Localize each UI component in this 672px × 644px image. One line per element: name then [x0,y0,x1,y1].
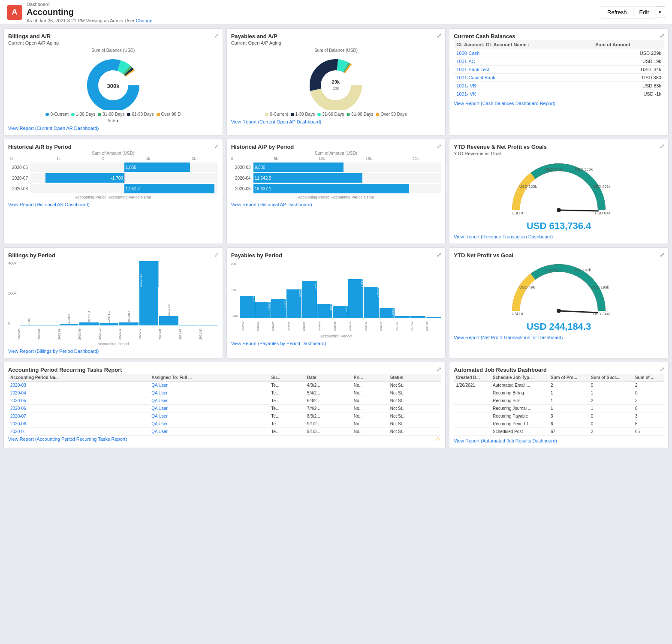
table-row: 1001- VBUSD 83k [454,82,664,90]
auto-job-table-wrapper[interactable]: Created D... Schedule Job Typ... Sum of … [454,374,664,436]
aj-date [454,428,491,436]
expand-icon[interactable]: ⤢ [437,32,442,39]
bp-col [199,261,218,325]
bar-row: 2020-03 9,500 [231,163,441,172]
expand-icon[interactable]: ⤢ [660,366,665,373]
aj-succ: 1 [589,389,633,397]
bar-row: 2020-08 1,941.7 [8,184,218,193]
cash-account-name[interactable]: 1001-AC [454,57,593,66]
rec-period[interactable]: 2020-04 [8,389,149,397]
hist-ap-xlabel: Accounting Period: Accounting Period Nam… [231,195,441,199]
pp-y-axis: 20k 10k -10k [231,262,239,318]
rec-su: Te... [269,389,305,397]
expand-icon[interactable]: ⤢ [214,143,219,150]
cash-account-name[interactable]: 1001- VK [454,90,593,98]
table-row: Recurring Period T... 6 0 6 [454,420,664,428]
change-link[interactable]: Change [136,18,153,23]
bp-col [39,261,59,325]
expand-icon[interactable]: ⤢ [660,32,665,39]
rec-view-report[interactable]: View Report (Accounting Period Recurring… [8,436,127,442]
cash-col2-header: Sum of Amount [593,40,664,49]
pp-view-report[interactable]: View Report (Payables by Period Dashboar… [231,341,441,346]
rec-assigned[interactable]: QA User [149,389,269,397]
hist-ar-view-report[interactable]: View Report (Historical AR Dashboard) [8,202,218,207]
aj-sum: 0 [633,389,664,397]
rec-su: Te... [269,412,305,420]
auto-job-table: Created D... Schedule Job Typ... Sum of … [454,374,664,436]
rec-pri: No... [352,405,388,412]
expand-icon[interactable]: ⤢ [660,143,665,150]
svg-text:USD 245k: USD 245k [545,167,563,172]
hist-ap-view-report[interactable]: View Report (Historical AP Dashboard) [231,202,441,207]
refresh-button[interactable]: Refresh [601,6,633,18]
pp-x-labels: 2020-03 2020-04 2020-05 2020-06 2020-07 … [241,319,441,334]
bar-row: 2020-06 1,050 [8,163,218,172]
billings-ar-title: Billings and A/R [8,33,218,39]
aj-succ: 2 [589,397,633,405]
ar-view-report[interactable]: View Report (Current Open AR Dashboard) [8,126,218,131]
rec-period[interactable]: 2020-0. [8,428,149,436]
expand-icon[interactable]: ⤢ [437,366,442,373]
rec-period[interactable]: 2020-08 [8,420,149,428]
table-row: 1001-ACUSD 19k [454,57,664,66]
rec-assigned[interactable]: QA User [149,382,269,389]
header-left: A Dashboard Accounting As of Jan 26, 202… [7,2,152,23]
expand-icon[interactable]: ⤢ [437,143,442,150]
rec-period[interactable]: 2020-06 [8,405,149,412]
expand-icon[interactable]: ⤢ [437,251,442,258]
rec-status: Not St... [388,382,441,389]
pp-bars: 9,117 6,666.7 8,476.5 13,600 17,458.5 6,… [240,271,441,318]
rec-assigned[interactable]: QA User [149,412,269,420]
table-row: 2020-07 QA User Te... 8/3/2... No... Not… [8,412,441,420]
table-row: 2020-0. QA User Te... 9/1/3... No... Not… [8,428,441,436]
expand-icon[interactable]: ⤢ [660,251,665,258]
rec-status: Not St... [388,389,441,397]
aj-type: Recurring Bills [491,397,548,405]
rec-assigned[interactable]: QA User [149,420,269,428]
table-row: Recurring Bills 1 2 3 [454,397,664,405]
ytd-net-gauge: USD 0 USD 49k USD 98k USD 147k USD 195k … [454,259,664,332]
cash-account-name[interactable]: 1001- VB [454,82,593,90]
table-row: 1/26/2021 Automated Email ... 2 0 2 [454,382,664,389]
sort-icon[interactable]: ↑ [528,43,530,47]
cash-amount: USD 83k [593,82,664,90]
rec-period[interactable]: 2020-03 [8,382,149,389]
rec-period[interactable]: 2020-05 [8,397,149,405]
hist-ap-axis: 05k10k15k20k [231,156,419,161]
cash-account-name[interactable]: 1001-Capital Bank [454,74,593,82]
svg-line-21 [559,311,597,313]
dropdown-button[interactable]: ▾ [655,6,665,18]
bp-bars: 1,100 4,309.5 16,571.4 10,071.1 [20,261,218,325]
expand-icon[interactable]: ⤢ [214,251,219,258]
ytd-rev-view-report[interactable]: View Report (Revenue Transaction Dashboa… [454,234,664,239]
aj-sum: 2 [633,382,664,389]
rec-status: Not St... [388,412,441,420]
svg-text:USD 0: USD 0 [512,211,523,215]
rec-period[interactable]: 2020-07 [8,412,149,420]
cash-account-name[interactable]: 1001-Bank Test [454,66,593,74]
cash-amount: USD 229k [593,49,664,57]
cash-amount: USD -1k [593,90,664,98]
rec-assigned[interactable]: QA User [149,428,269,436]
aj-col-sum: Sum of ... [633,374,664,382]
rec-assigned[interactable]: QA User [149,397,269,405]
ytd-revenue-card: ⤢ YTD Revenue & Net Profit vs Goals YTD … [449,139,669,244]
svg-text:USD 98k: USD 98k [546,268,562,272]
aj-col-pro: Sum of Pro... [548,374,589,382]
bp-view-report[interactable]: View Report (Billings by Period Dashboar… [8,349,218,354]
aj-type: Scheduled Post [491,428,548,436]
bp-col: 4,309.5 [60,261,79,325]
cash-account-name[interactable]: 1000-Cash [454,49,593,57]
rec-su: Te... [269,420,305,428]
auto-job-title: Automated Job Results Dashboard [454,367,664,373]
edit-button[interactable]: Edit [633,6,655,18]
cash-view-report[interactable]: View Report (Cash Balances Dashboard Rep… [454,101,664,106]
ap-view-report[interactable]: View Report (Current Open AP Dashboard) [231,119,441,124]
rec-table-wrapper[interactable]: Accounting Period Na... Assigned To: Ful… [8,374,441,436]
rec-assigned[interactable]: QA User [149,405,269,412]
warning-icon: ⚠ [435,436,441,442]
ytd-net-view-report[interactable]: View Report (Net Profit Transactions for… [454,335,664,340]
billings-period-card: ⤢ Billings by Period 400k 200k 0 1,100 4… [3,247,223,358]
aj-view-report[interactable]: View Report (Automated Job Results Dashb… [454,438,664,443]
expand-icon[interactable]: ⤢ [214,32,219,39]
